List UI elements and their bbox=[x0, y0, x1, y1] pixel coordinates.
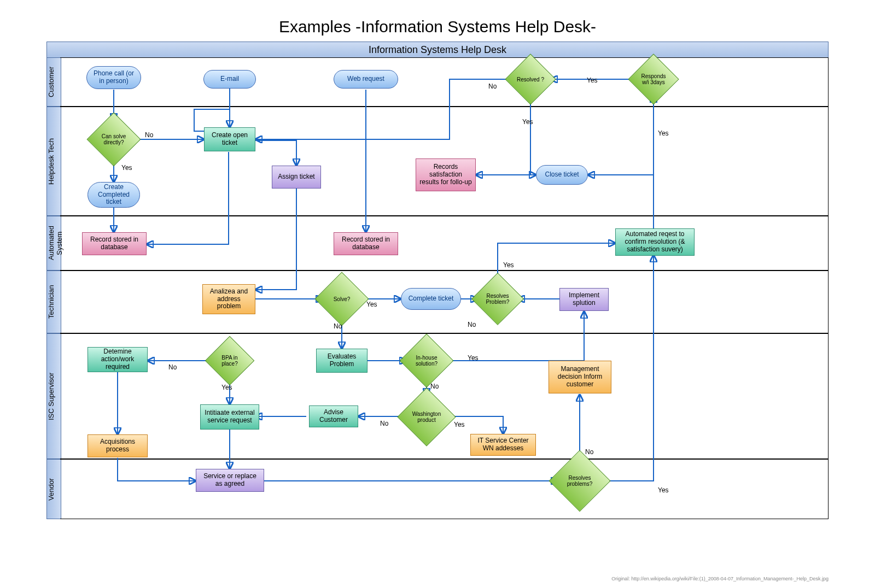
node-phone: Phone call (or in person) bbox=[86, 66, 141, 89]
edge-label: No bbox=[380, 420, 388, 427]
edge-label: No bbox=[168, 363, 177, 371]
lane-customer: Customer bbox=[46, 57, 829, 107]
node-washington: Washington product bbox=[406, 396, 447, 438]
lane-vendor: Vendor bbox=[46, 459, 829, 519]
node-evaluates: Evaluates Problem bbox=[316, 349, 368, 373]
node-resolves-problems: Resolves problems? bbox=[558, 459, 602, 503]
edge-label: No bbox=[468, 321, 476, 328]
node-determine: Detemine action/work required bbox=[88, 347, 148, 372]
node-can-solve: Can solve directly? bbox=[95, 120, 133, 158]
edge-label: Yes bbox=[468, 354, 479, 362]
edge-label: No bbox=[145, 131, 153, 139]
node-inhouse: In-house solution? bbox=[407, 342, 446, 380]
node-auto-req: Automated reqest to confirm resolution (… bbox=[615, 228, 695, 256]
edge-label: Yes bbox=[454, 421, 465, 428]
edge-label: Yes bbox=[658, 486, 669, 494]
node-rec-db2: Record stored in database bbox=[334, 232, 398, 255]
edge-label: Yes bbox=[587, 77, 598, 84]
node-bpa: BPA in place? bbox=[212, 343, 247, 378]
node-complete: Complete ticket bbox=[401, 288, 461, 310]
node-mgmt: Management decision Inform customer bbox=[549, 361, 611, 393]
node-advise: Advise Customer bbox=[309, 405, 358, 427]
node-acquisitions: Acquisitions process bbox=[88, 434, 148, 457]
node-initiate-ext: Intitiaate external service request bbox=[200, 404, 259, 430]
edge-label: No bbox=[488, 83, 497, 90]
node-close-ticket: Close ticket bbox=[536, 165, 588, 185]
edge-label: No bbox=[585, 448, 593, 456]
node-web: Web request bbox=[334, 70, 398, 89]
lane-label: Automated System bbox=[46, 216, 61, 271]
lane-label: Helpdesk Tech bbox=[46, 107, 61, 216]
pool-title: Information Systems Help Desk bbox=[46, 42, 829, 58]
edge-label: Yes bbox=[366, 301, 377, 308]
lane-label: ISC Supervisor bbox=[46, 333, 61, 459]
node-resolved: Resolved ? bbox=[512, 61, 549, 97]
node-create-completed: Create Completed ticket bbox=[88, 182, 140, 208]
lane-label: Vendor bbox=[46, 459, 61, 519]
edge-label: No bbox=[430, 383, 439, 390]
edge-label: Yes bbox=[522, 118, 533, 126]
node-responds: Responds w/i 3days bbox=[635, 61, 672, 97]
node-it-center: IT Service Center WN addesses bbox=[470, 434, 536, 456]
node-resolves-prob: Resolves Problem? bbox=[479, 280, 516, 317]
edge-label: Yes bbox=[121, 164, 132, 172]
lane-label: Technician bbox=[46, 271, 61, 333]
image-credit: Original: http://en.wikipedia.org/wiki/F… bbox=[611, 576, 829, 581]
edge-label: Yes bbox=[503, 261, 514, 269]
node-assign: Assign ticket bbox=[272, 166, 321, 189]
edge-label: Yes bbox=[221, 384, 232, 391]
node-records-sat: Records satisfaction results for follo-u… bbox=[416, 158, 476, 191]
lane-automated: Automated System bbox=[46, 216, 829, 271]
node-service-replace: Service or replace as agreed bbox=[196, 469, 264, 492]
edge-label: Yes bbox=[658, 130, 669, 137]
node-solve: Solve? bbox=[323, 280, 361, 318]
node-rec-db1: Record stored in database bbox=[82, 232, 147, 255]
node-analyze: Analizea and address problem bbox=[202, 284, 255, 314]
node-email: E-mail bbox=[203, 70, 256, 89]
node-create-open: Create open ticket bbox=[204, 127, 255, 151]
node-implement: Implement splution bbox=[559, 288, 609, 311]
page-title: Examples -Information Systems Help Desk- bbox=[0, 17, 875, 36]
edge-label: No bbox=[334, 322, 342, 330]
lane-label: Customer bbox=[46, 57, 61, 107]
